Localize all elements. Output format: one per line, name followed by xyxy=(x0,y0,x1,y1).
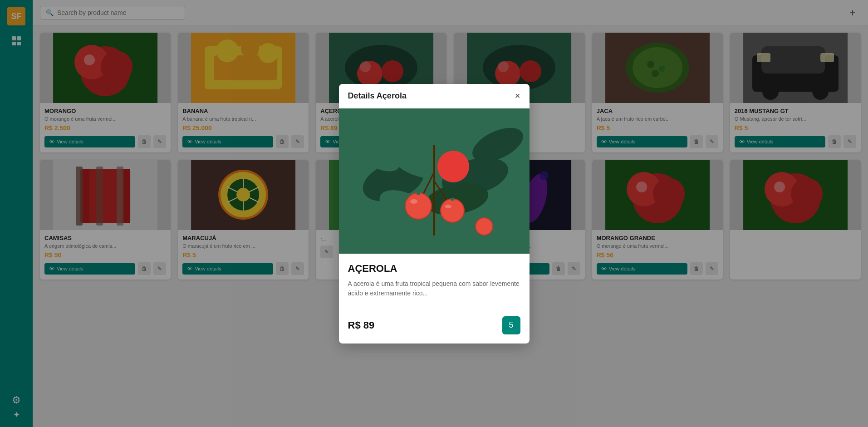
modal-overlay[interactable]: Details Açerola × xyxy=(0,0,868,427)
modal-product-image xyxy=(339,108,530,254)
svg-point-86 xyxy=(417,191,420,195)
modal-product-name: AÇEROLA xyxy=(348,263,520,275)
svg-point-82 xyxy=(441,199,464,222)
modal-footer: R$ 89 5 xyxy=(339,316,530,344)
modal-body: AÇEROLA A acerola é uma fruta tropical p… xyxy=(339,254,530,316)
svg-point-80 xyxy=(410,199,417,204)
product-detail-modal: Details Açerola × xyxy=(339,84,530,344)
modal-close-button[interactable]: × xyxy=(515,91,520,100)
svg-point-87 xyxy=(451,197,454,201)
svg-point-85 xyxy=(476,218,492,235)
modal-product-desc: A acerola é uma fruta tropical pequena c… xyxy=(348,279,520,298)
svg-point-83 xyxy=(445,205,451,208)
modal-price: R$ 89 xyxy=(348,319,375,331)
svg-point-79 xyxy=(406,193,431,219)
modal-header: Details Açerola × xyxy=(339,84,530,108)
modal-quantity-button[interactable]: 5 xyxy=(502,316,520,334)
modal-title: Details Açerola xyxy=(348,91,407,101)
